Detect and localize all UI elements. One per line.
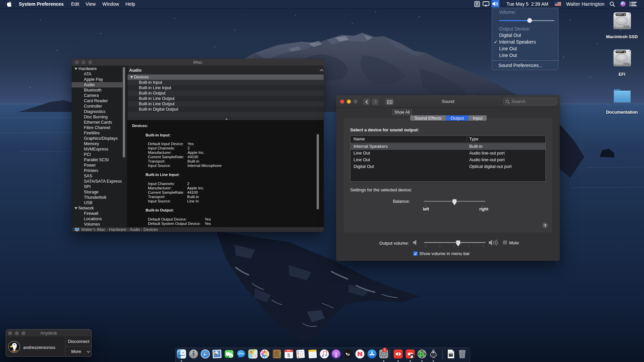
- svg-text:MAY: MAY: [287, 350, 290, 352]
- svg-text:5: 5: [287, 353, 290, 358]
- svg-text:A: A: [250, 351, 252, 353]
- svg-text:tv: tv: [346, 352, 350, 356]
